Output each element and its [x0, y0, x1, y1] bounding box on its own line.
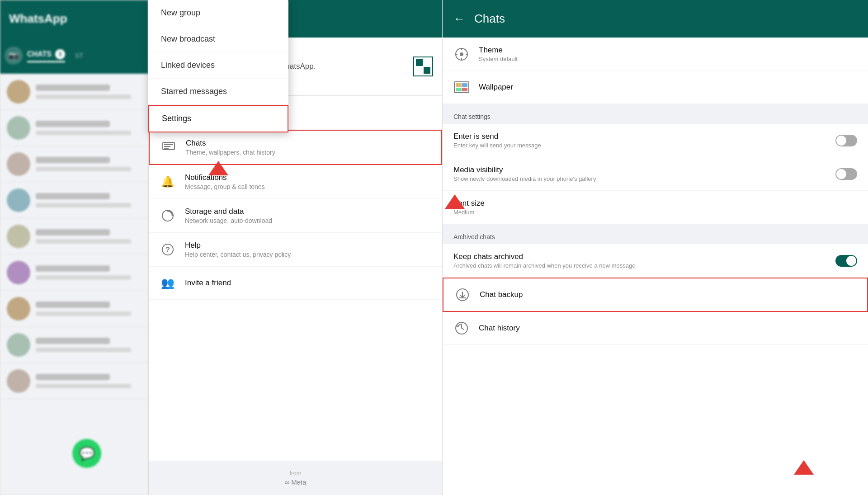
chat-settings-section-label: Chat settings [443, 104, 868, 124]
theme-subtitle: System default [479, 56, 857, 62]
chats-item-history[interactable]: Chat history [443, 312, 868, 345]
sidebar-tabs: 📷 CHATS 3 ST [0, 38, 148, 74]
notifications-text: Notifications Message, group & call tone… [185, 173, 265, 190]
settings-item-storage[interactable]: Storage and data Network usage, auto-dow… [149, 199, 442, 233]
help-icon: ? [160, 241, 176, 258]
chat-info [36, 229, 142, 244]
chat-message [36, 384, 131, 388]
toggle-knob-2 [836, 169, 846, 179]
chat-name [36, 193, 110, 199]
chat-message [36, 94, 131, 99]
chat-info [36, 121, 142, 135]
chats-tab[interactable]: CHATS 3 [27, 49, 65, 62]
avatar [7, 261, 30, 284]
chats-text: Chats Theme, wallpapers, chat history [186, 139, 275, 156]
list-item [0, 74, 148, 110]
list-item [0, 291, 148, 327]
settings-item-notifications[interactable]: 🔔 Notifications Message, group & call to… [149, 165, 442, 199]
chat-name [36, 229, 110, 236]
camera-icon: 📷 [5, 47, 23, 65]
bell-icon: 🔔 [160, 174, 176, 190]
chats-settings-title: Chats [474, 12, 505, 26]
chats-item-theme[interactable]: Theme System default [443, 38, 868, 71]
avatar [7, 369, 30, 393]
storage-icon [160, 207, 176, 224]
dropdown-item-linked-devices[interactable]: Linked devices [148, 52, 288, 79]
chat-info [36, 338, 142, 352]
chats-item-font-size[interactable]: Font size Medium [443, 191, 868, 224]
chats-item-wallpaper[interactable]: Wallpaper [443, 71, 868, 104]
settings-list: 🔑 Account Privacy, security, change numb… [149, 96, 442, 461]
invite-text: Invite a friend [185, 278, 231, 288]
wallpaper-grid-icon [454, 81, 469, 93]
wallpaper-title: Wallpaper [479, 83, 857, 92]
settings-arrow-up-icon [208, 161, 228, 175]
settings-footer: from ∞ Meta [149, 461, 442, 495]
font-size-title: Font size [453, 199, 857, 208]
dropdown-item-settings[interactable]: Settings [148, 105, 288, 132]
list-item [0, 110, 148, 146]
wallpaper-text: Wallpaper [479, 83, 857, 92]
svg-point-6 [162, 210, 173, 221]
avatar [7, 152, 30, 176]
chat-list [0, 74, 148, 495]
chats-item-enter-send[interactable]: Enter is send Enter key will send your m… [443, 124, 868, 157]
chats-back-button[interactable]: ← [453, 12, 465, 26]
storage-subtitle: Network usage, auto-download [185, 217, 272, 224]
settings-item-invite[interactable]: 👥 Invite a friend [149, 267, 442, 300]
chats-settings-list: Theme System default Wallpaper Chat sett… [443, 38, 868, 495]
media-visibility-title: Media visibility [453, 165, 826, 174]
storage-title: Storage and data [185, 207, 272, 216]
dropdown-item-starred-messages[interactable]: Starred messages [148, 79, 288, 105]
backup-arrow-up-icon [794, 460, 814, 475]
dropdown-item-new-broadcast[interactable]: New broadcast [148, 26, 288, 52]
backup-title: Chat backup [480, 290, 856, 299]
svg-point-10 [460, 52, 463, 56]
help-title: Help [185, 241, 291, 250]
qr-icon[interactable] [413, 57, 433, 76]
people-icon: 👥 [160, 275, 176, 291]
sidebar-header: WhatsApp [0, 0, 148, 38]
settings-item-help[interactable]: ? Help Help center, contact us, privacy … [149, 233, 442, 267]
theme-title: Theme [479, 46, 857, 55]
chat-name [36, 157, 110, 163]
avatar [7, 116, 30, 140]
app-title: WhatsApp [9, 12, 67, 26]
chat-name [36, 338, 110, 344]
status-tab-label: ST [75, 52, 83, 59]
avatar [7, 189, 30, 212]
chat-name [36, 374, 110, 380]
toggle-knob-3 [846, 256, 856, 266]
enter-send-subtitle: Enter key will send your message [453, 142, 826, 149]
media-visibility-subtitle: Show newly downloaded media in your phon… [453, 175, 826, 182]
list-item [0, 182, 148, 218]
keep-archived-toggle[interactable] [835, 255, 857, 267]
dropdown-menu: New group New broadcast Linked devices S… [148, 0, 288, 132]
chats-item-keep-archived[interactable]: Keep chats archived Archived chats will … [443, 244, 868, 278]
chat-name [36, 85, 110, 91]
chat-message [36, 275, 131, 280]
chat-message [36, 239, 131, 244]
chat-message [36, 348, 131, 352]
history-title: Chat history [479, 324, 857, 333]
chat-name [36, 121, 110, 127]
chat-message [36, 311, 131, 316]
settings-item-chats[interactable]: Chats Theme, wallpapers, chat history [149, 130, 442, 165]
media-visibility-toggle[interactable] [835, 168, 857, 180]
chat-name [36, 265, 110, 272]
fab-button[interactable]: 💬 [72, 439, 101, 468]
chats-item-backup[interactable]: Chat backup [443, 278, 868, 312]
chats-item-subtitle: Theme, wallpapers, chat history [186, 149, 275, 156]
dropdown-item-new-group[interactable]: New group [148, 0, 288, 26]
help-subtitle: Help center, contact us, privacy policy [185, 251, 291, 258]
chat-info [36, 302, 142, 316]
enter-send-toggle[interactable] [835, 135, 857, 146]
chats-item-media-visibility[interactable]: Media visibility Show newly downloaded m… [443, 157, 868, 191]
avatar [7, 297, 30, 321]
chat-info [36, 265, 142, 280]
storage-text: Storage and data Network usage, auto-dow… [185, 207, 272, 224]
chat-message [36, 203, 131, 207]
chats-arrow-up-icon [445, 194, 465, 209]
keep-archived-text: Keep chats archived Archived chats will … [453, 252, 826, 269]
invite-title: Invite a friend [185, 278, 231, 288]
